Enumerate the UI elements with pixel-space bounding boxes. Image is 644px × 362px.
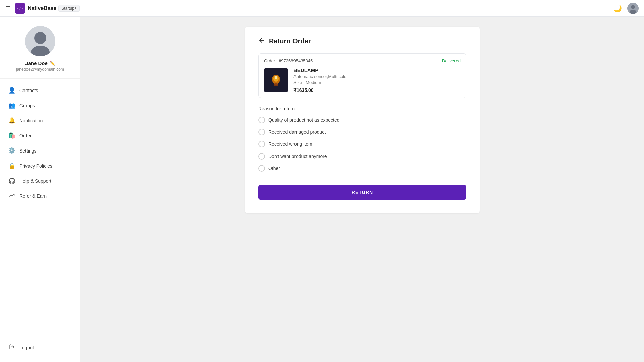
dark-mode-icon[interactable]: 🌙 (613, 4, 622, 12)
sidebar-item-order[interactable]: 🛍️ Order (0, 128, 80, 143)
svg-point-13 (275, 76, 277, 79)
product-image (264, 68, 288, 92)
reason-other-label: Other (268, 166, 280, 171)
reason-wrong[interactable]: Received wrong item (258, 141, 466, 147)
reason-dont-want[interactable]: Don't want product anymore (258, 153, 466, 160)
order-id: Order : #9726895435345 (264, 58, 313, 63)
sidebar-bottom: Logout (0, 337, 80, 355)
order-info-card: Order : #9726895435345 Delivered (258, 53, 466, 98)
radio-damaged-circle (258, 129, 265, 135)
help-icon: 🎧 (8, 177, 15, 184)
sidebar-item-groups[interactable]: 👥 Groups (0, 98, 80, 113)
order-status: Delivered (442, 58, 461, 63)
order-meta: Order : #9726895435345 Delivered (264, 58, 461, 63)
product-price: ₹1635.00 (293, 87, 348, 93)
radio-group: Quality of product not as expected Recei… (258, 117, 466, 172)
groups-icon: 👥 (8, 102, 15, 109)
sidebar-item-settings[interactable]: ⚙️ Settings (0, 143, 80, 158)
logo-area: </> NativeBase Startup+ (15, 3, 80, 14)
sidebar-item-refer[interactable]: Refer & Earn (0, 188, 80, 204)
svg-rect-11 (274, 85, 278, 86)
radio-dontwant-circle (258, 153, 265, 160)
logo-icon: </> (15, 3, 25, 14)
notification-icon: 🔔 (8, 117, 15, 124)
reason-quality[interactable]: Quality of product not as expected (258, 117, 466, 123)
sidebar-label-help: Help & Support (19, 178, 51, 184)
reason-quality-label: Quality of product not as expected (268, 117, 339, 123)
page-header: Return Order (258, 37, 466, 45)
hamburger-icon[interactable]: ☰ (5, 5, 11, 12)
sidebar-label-groups: Groups (19, 103, 35, 108)
logout-icon (8, 344, 15, 351)
sidebar-label-refer: Refer & Earn (19, 193, 47, 199)
order-icon: 🛍️ (8, 132, 15, 139)
logo-text: NativeBase (28, 5, 56, 11)
reason-title: Reason for return (258, 106, 466, 111)
reason-damaged-label: Received damaged product (268, 129, 326, 135)
logout-label: Logout (19, 345, 34, 350)
sidebar-label-contacts: Contacts (19, 88, 38, 93)
profile-name: Jane Doe ✏️ (25, 60, 55, 66)
profile-avatar (25, 26, 55, 56)
radio-wrong-circle (258, 141, 265, 147)
edit-profile-icon[interactable]: ✏️ (50, 61, 55, 66)
reason-damaged[interactable]: Received damaged product (258, 129, 466, 135)
product-description: Automatic sensor,Multi color (293, 74, 348, 79)
contacts-icon: 👤 (8, 87, 15, 94)
sidebar-item-notification[interactable]: 🔔 Notification (0, 113, 80, 128)
sidebar: Jane Doe ✏️ janedoe2@mydomain.com 👤 Cont… (0, 17, 80, 362)
radio-other-circle (258, 165, 265, 172)
svg-point-4 (34, 32, 46, 44)
sidebar-label-privacy: Privacy Policies (19, 163, 52, 169)
reason-wrong-label: Received wrong item (268, 141, 312, 147)
sidebar-label-settings: Settings (19, 148, 37, 154)
product-row: BEDLAMP Automatic sensor,Multi color Siz… (264, 67, 461, 93)
reason-dontwant-label: Don't want product anymore (268, 154, 327, 159)
profile-section: Jane Doe ✏️ janedoe2@mydomain.com (0, 17, 80, 79)
logout-item[interactable]: Logout (0, 340, 80, 355)
privacy-icon: 🔒 (8, 162, 15, 169)
user-avatar[interactable] (627, 3, 639, 14)
main-content: Return Order Order : #9726895435345 Deli… (80, 17, 644, 362)
startup-badge: Startup+ (58, 5, 80, 12)
product-name: BEDLAMP (293, 67, 348, 73)
nav-list: 👤 Contacts 👥 Groups 🔔 Notification 🛍️ Or… (0, 79, 80, 337)
refer-icon (8, 192, 15, 200)
sidebar-item-privacy[interactable]: 🔒 Privacy Policies (0, 158, 80, 173)
back-arrow-icon[interactable] (258, 37, 265, 45)
settings-icon: ⚙️ (8, 147, 15, 154)
svg-point-1 (631, 5, 635, 9)
return-button[interactable]: RETURN (258, 185, 466, 200)
sidebar-label-notification: Notification (19, 118, 43, 123)
product-details: BEDLAMP Automatic sensor,Multi color Siz… (293, 67, 348, 93)
reason-other[interactable]: Other (258, 165, 466, 172)
return-order-container: Return Order Order : #9726895435345 Deli… (245, 27, 480, 213)
sidebar-item-contacts[interactable]: 👤 Contacts (0, 83, 80, 98)
return-btn-wrapper: RETURN (258, 185, 466, 200)
profile-email: janedoe2@mydomain.com (16, 67, 64, 72)
sidebar-item-help[interactable]: 🎧 Help & Support (0, 173, 80, 188)
radio-quality-circle (258, 117, 265, 123)
sidebar-label-order: Order (19, 133, 32, 138)
top-navigation: ☰ </> NativeBase Startup+ 🌙 (0, 0, 644, 17)
product-size: Size : Medium (293, 80, 348, 85)
reason-section: Reason for return Quality of product not… (258, 106, 466, 172)
page-title: Return Order (269, 37, 311, 45)
